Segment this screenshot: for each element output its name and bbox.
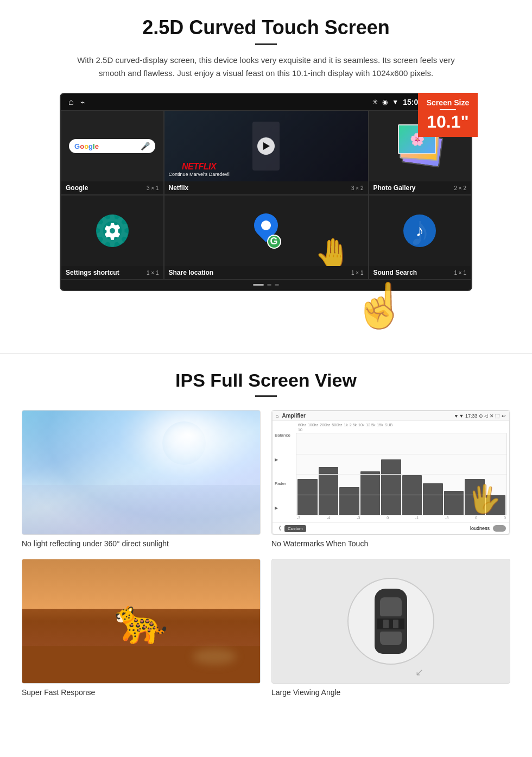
share-location-app-size: 1 × 1 xyxy=(351,270,364,276)
share-location-label: Share location 1 × 1 xyxy=(164,266,368,279)
section1-description: With 2.5D curved-display screen, this de… xyxy=(76,54,456,80)
sunlight-image xyxy=(22,410,261,535)
img-card-amplifier: ⌂ Amplifier ♥ ▼ 17:33 ⊙ ◁ ✕ ⬚ ↩ Balance … xyxy=(271,410,510,548)
play-button[interactable] xyxy=(257,137,275,155)
loudness-toggle[interactable] xyxy=(493,525,506,532)
netflix-thumb: NETFLIX Continue Marvel's Daredevil xyxy=(164,111,368,181)
feature-image-grid: No light reflecting under 360° direct su… xyxy=(22,410,510,697)
netflix-app-size: 3 × 2 xyxy=(351,185,364,191)
amplifier-image: ⌂ Amplifier ♥ ▼ 17:33 ⊙ ◁ ✕ ⬚ ↩ Balance … xyxy=(271,410,510,535)
photo-app-name: Photo Gallery xyxy=(373,184,416,192)
dust-cloud xyxy=(193,648,236,665)
section1-title: 2.5D Curved Touch Screen xyxy=(33,16,499,39)
photo-app-size: 2 × 2 xyxy=(454,185,466,191)
maps-g-badge: G xyxy=(267,235,281,249)
badge-underline xyxy=(440,109,456,110)
section2-title: IPS Full Screen View xyxy=(22,370,510,391)
car-front-window xyxy=(380,597,402,616)
netflix-logo: NETFLIX xyxy=(169,162,230,172)
sky-reflection xyxy=(22,485,260,534)
amp-icons: ♥ ▼ 17:33 ⊙ ◁ ✕ ⬚ ↩ xyxy=(455,413,506,419)
sound-bg-deco: ♪ xyxy=(409,206,430,256)
settings-app-size: 1 × 1 xyxy=(147,270,159,276)
amp-labels: Balance ▶ Fader ▶ xyxy=(275,423,294,520)
sound-app-name: Sound Search xyxy=(373,269,417,276)
img-card-car: ↙ Large Viewing Angle xyxy=(271,559,510,697)
amp-screen: ⌂ Amplifier ♥ ▼ 17:33 ⊙ ◁ ✕ ⬚ ↩ Balance … xyxy=(272,411,510,534)
cheetah-label: Super Fast Response xyxy=(22,688,261,697)
amp-home-icon: ⌂ xyxy=(276,413,278,419)
eq-db-labels: 10 xyxy=(296,428,507,432)
app-grid-row2: ⚙ Settings shortcut 1 × 1 xyxy=(61,195,471,280)
eq-bar-5 xyxy=(381,459,401,515)
google-logo: Google xyxy=(74,142,99,150)
usb-icon: ⌁ xyxy=(80,98,85,106)
car-seat-left xyxy=(383,620,389,628)
sound-label: Sound Search 1 × 1 xyxy=(369,266,471,279)
settings-bg-deco: ⚙ xyxy=(93,206,132,256)
page-dot-2 xyxy=(275,284,279,286)
settings-thumb: ⚙ xyxy=(61,195,163,266)
netflix-label: Netflix 3 × 2 xyxy=(164,181,368,194)
app-cell-google[interactable]: Google 🎤 Google 3 × 1 xyxy=(61,110,164,195)
google-app-size: 3 × 1 xyxy=(147,185,159,191)
amp-label-speaker: ▶ xyxy=(275,457,294,462)
share-thumb: G 🤚 xyxy=(164,195,368,266)
pointing-hand-icon: ☝ xyxy=(353,281,407,330)
netflix-app-name: Netflix xyxy=(169,184,189,192)
app-cell-netflix[interactable]: NETFLIX Continue Marvel's Daredevil Netf… xyxy=(164,110,369,195)
eq-bar-3 xyxy=(339,487,359,515)
img-card-sunlight: No light reflecting under 360° direct su… xyxy=(22,410,261,548)
amp-label-play: ▶ xyxy=(275,506,294,510)
eq-bars: 🖐 xyxy=(296,433,507,515)
netflix-info: NETFLIX Continue Marvel's Daredevil xyxy=(169,162,230,177)
sunlight-label: No light reflecting under 360° direct su… xyxy=(22,539,261,548)
device-frame: ⌂ ⌁ ✳ ◉ ▼ 15:06 ⊙ ◁) ✕ ▭ xyxy=(60,93,472,291)
hand-touch: 🤚 xyxy=(314,236,352,266)
amp-label-balance: Balance xyxy=(275,433,294,438)
section-divider xyxy=(0,353,532,354)
amp-nav-left: 《 xyxy=(276,525,281,532)
eq-container: 60hz100hz200hz500hz1k2.5k10k12.5k15kSUB … xyxy=(296,423,507,520)
badge-title: Screen Size xyxy=(426,98,470,107)
sound-thumb: ♪ ♪ xyxy=(369,195,471,266)
app-cell-settings[interactable]: ⚙ Settings shortcut 1 × 1 xyxy=(61,195,164,280)
page-dot-1 xyxy=(267,284,271,286)
eq-hand-touch: 🖐 xyxy=(467,483,501,515)
small-arrow-icon: ↙ xyxy=(415,666,423,678)
eq-gridline-1 xyxy=(296,454,506,455)
amp-title: Amplifier xyxy=(282,413,305,419)
google-thumb: Google 🎤 xyxy=(61,111,163,181)
home-icon: ⌂ xyxy=(68,97,74,107)
share-location-app-name: Share location xyxy=(169,269,214,276)
app-cell-sound[interactable]: ♪ ♪ Sound Search 1 × 1 xyxy=(369,195,472,280)
app-cell-share-location[interactable]: G 🤚 Share location 1 × 1 xyxy=(164,195,369,280)
microphone-icon: 🎤 xyxy=(141,142,150,150)
cheetah-image: 🐆 xyxy=(22,559,261,684)
title-underline xyxy=(255,43,277,45)
device-wrapper: Screen Size 10.1" ⌂ ⌁ ✳ ◉ ▼ 15:06 ⊙ ◁) ✕… xyxy=(60,93,472,331)
eq-gridline-2 xyxy=(296,474,506,475)
car-label: Large Viewing Angle xyxy=(271,688,510,697)
amp-body: Balance ▶ Fader ▶ 60hz100hz200hz500hz1k2… xyxy=(273,421,509,522)
section-curved-screen: 2.5D Curved Touch Screen With 2.5D curve… xyxy=(0,0,532,337)
car-top-view: ↙ xyxy=(347,578,434,665)
section-ips: IPS Full Screen View No light reflecting… xyxy=(0,370,532,713)
eq-freq-labels: 60hz100hz200hz500hz1k2.5k10k12.5k15kSUB xyxy=(296,423,507,427)
car-middle xyxy=(377,619,404,629)
amp-footer: 《 Custom loudness xyxy=(273,522,509,534)
status-bar: ⌂ ⌁ ✳ ◉ ▼ 15:06 ⊙ ◁) ✕ ▭ xyxy=(61,94,471,110)
custom-button[interactable]: Custom xyxy=(284,525,306,532)
car-rear-window xyxy=(380,632,402,645)
google-search-bar[interactable]: Google 🎤 xyxy=(69,139,155,153)
screen-size-badge: Screen Size 10.1" xyxy=(418,93,478,137)
google-app-name: Google xyxy=(66,184,88,192)
hand-below-device: ☝ xyxy=(60,280,407,331)
img-card-cheetah: 🐆 Super Fast Response xyxy=(22,559,261,697)
google-label: Google 3 × 1 xyxy=(61,181,163,194)
app-grid-row1: Google 🎤 Google 3 × 1 xyxy=(61,110,471,195)
amp-status-bar: ⌂ Amplifier ♥ ▼ 17:33 ⊙ ◁ ✕ ⬚ ↩ xyxy=(273,411,509,421)
eq-bar-1 xyxy=(297,479,318,515)
eq-bar-6 xyxy=(402,475,422,515)
eq-bottom-labels: -3-4-30-1-300 xyxy=(296,515,507,520)
